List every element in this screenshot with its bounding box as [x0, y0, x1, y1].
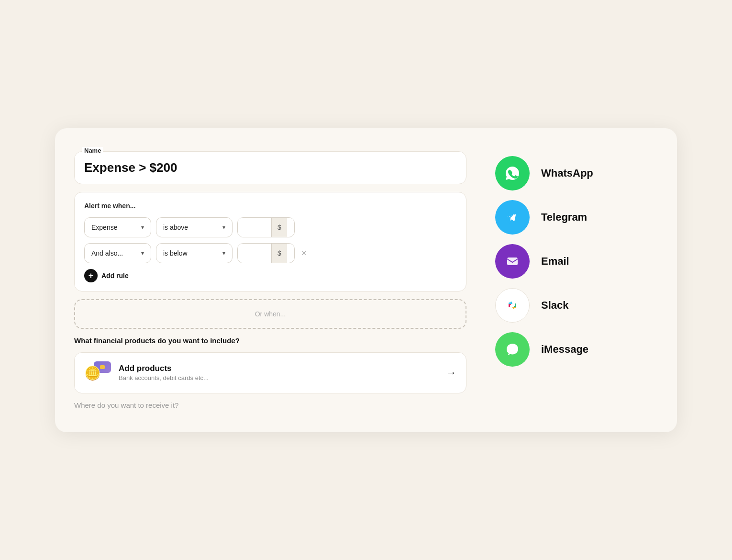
product-subtitle: Bank accounts, debit cards etc... — [119, 374, 438, 381]
alert-title: Alert me when... — [84, 202, 456, 210]
name-label: Name — [82, 147, 103, 154]
app-item-whatsapp[interactable]: WhatsApp — [495, 156, 658, 190]
add-rule-label: Add rule — [101, 272, 129, 280]
coin-icon: 🪙 — [84, 365, 101, 381]
whatsapp-label: WhatsApp — [541, 167, 593, 179]
svg-rect-4 — [515, 303, 516, 307]
name-card: Name Expense > $200 — [74, 151, 466, 184]
rule2-remove-button[interactable]: × — [299, 247, 309, 259]
svg-rect-2 — [509, 303, 510, 307]
app-item-email[interactable]: Email — [495, 244, 658, 279]
rule1-subject-chevron-icon: ▾ — [141, 224, 144, 231]
product-icon-stack: 🪙 — [84, 361, 111, 384]
rule2-subject-chevron-icon: ▾ — [141, 250, 144, 257]
arrow-right-icon: → — [446, 367, 456, 379]
rule1-subject-dropdown[interactable]: Expense ▾ — [84, 217, 151, 237]
alert-card: Alert me when... Expense ▾ is above ▾ 30… — [74, 192, 466, 291]
rule2-value-input: 1200 $ — [237, 243, 295, 263]
svg-rect-0 — [507, 258, 518, 265]
imessage-label: iMessage — [541, 343, 588, 356]
products-section-title: What financial products do you want to i… — [74, 336, 466, 345]
telegram-icon — [495, 200, 530, 235]
or-when-placeholder: Or when... — [255, 310, 286, 318]
app-item-imessage[interactable]: iMessage — [495, 332, 658, 367]
receive-label: Where do you want to receive it? — [74, 401, 466, 409]
rule1-condition-label: is above — [163, 224, 188, 231]
rule1-subject-label: Expense — [91, 224, 117, 231]
rule-2-row: And also... ▾ is below ▾ 1200 $ × — [84, 243, 456, 263]
main-container: Name Expense > $200 Alert me when... Exp… — [55, 128, 677, 432]
or-when-card[interactable]: Or when... — [74, 299, 466, 329]
rule2-subject-dropdown[interactable]: And also... ▾ — [84, 243, 151, 263]
product-title: Add products — [119, 364, 438, 373]
svg-rect-6 — [509, 302, 512, 304]
imessage-icon — [495, 332, 530, 367]
rule2-condition-chevron-icon: ▾ — [222, 250, 225, 257]
app-item-telegram[interactable]: Telegram — [495, 200, 658, 235]
rule1-condition-chevron-icon: ▾ — [222, 224, 225, 231]
add-rule-button[interactable]: + Add rule — [84, 269, 129, 282]
rule1-condition-dropdown[interactable]: is above ▾ — [156, 217, 233, 237]
rule2-subject-label: And also... — [91, 249, 123, 257]
rule2-condition-dropdown[interactable]: is below ▾ — [156, 243, 233, 263]
rule1-currency-label: $ — [271, 218, 287, 237]
rule2-currency-label: $ — [271, 244, 287, 263]
whatsapp-icon — [495, 156, 530, 190]
app-item-slack[interactable]: Slack — [495, 288, 658, 323]
slack-icon — [495, 288, 530, 323]
email-label: Email — [541, 255, 569, 268]
rule2-value-field[interactable]: 1200 — [238, 244, 271, 263]
rule1-value-field[interactable]: 300 — [238, 218, 271, 237]
svg-rect-8 — [512, 307, 516, 308]
telegram-label: Telegram — [541, 211, 587, 224]
right-panel: WhatsApp Telegram Email — [495, 151, 658, 409]
email-icon — [495, 244, 530, 279]
product-info: Add products Bank accounts, debit cards … — [119, 364, 438, 381]
rule2-condition-label: is below — [163, 249, 188, 257]
add-products-card[interactable]: 🪙 Add products Bank accounts, debit card… — [74, 352, 466, 393]
left-panel: Name Expense > $200 Alert me when... Exp… — [74, 151, 466, 409]
rule-1-row: Expense ▾ is above ▾ 300 $ — [84, 217, 456, 237]
rule1-value-input: 300 $ — [237, 217, 295, 237]
slack-label: Slack — [541, 299, 569, 312]
add-rule-plus-icon: + — [84, 269, 98, 282]
name-value: Expense > $200 — [84, 160, 456, 175]
